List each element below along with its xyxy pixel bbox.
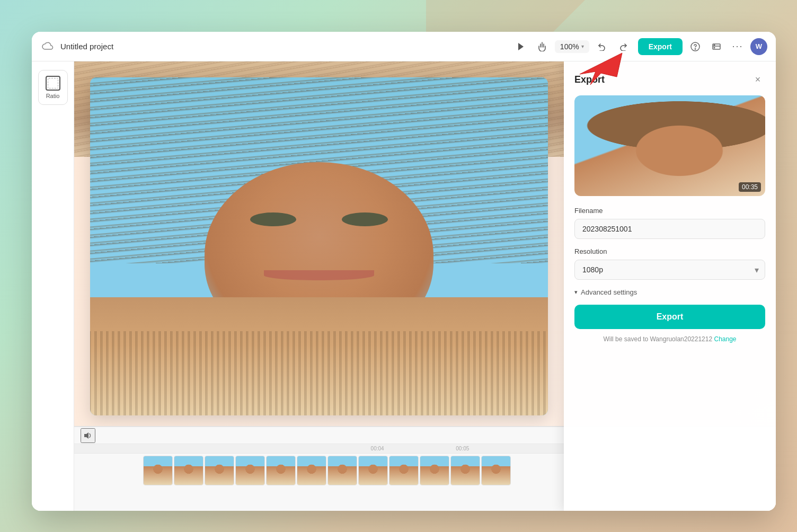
filename-label: Filename (574, 207, 765, 215)
play-button[interactable] (512, 38, 529, 55)
preview-face (574, 95, 765, 196)
storage-button[interactable] (708, 38, 725, 55)
export-action-button[interactable]: Export (574, 305, 765, 329)
time-marker-2: 00:05 (454, 446, 471, 451)
content-area: Ratio (32, 61, 776, 511)
frame-4 (235, 456, 265, 485)
svg-marker-0 (518, 43, 524, 50)
filename-input[interactable] (574, 219, 765, 239)
export-close-button[interactable]: × (750, 72, 765, 87)
zoom-dropdown-icon: ▾ (581, 43, 584, 49)
advanced-chevron-icon: ▾ (574, 289, 578, 296)
frame-5 (266, 456, 296, 485)
frame-2 (174, 456, 203, 485)
export-panel-header: Export × (564, 61, 776, 95)
ratio-icon (46, 76, 60, 91)
svg-point-6 (714, 47, 715, 48)
svg-point-2 (695, 48, 695, 49)
frame-6 (297, 456, 326, 485)
frame-11 (450, 456, 480, 485)
export-preview-thumbnail: 00:35 (574, 95, 765, 196)
redo-button[interactable] (615, 38, 632, 55)
left-sidebar: Ratio (32, 61, 74, 511)
time-marker-1: 00:04 (369, 446, 386, 451)
frame-12 (481, 456, 511, 485)
toolbar: Untitled project 100% ▾ (32, 32, 776, 61)
canvas-area: 00:04 00:05 (74, 61, 776, 511)
resolution-select[interactable]: 720p 1080p 4K (574, 260, 765, 280)
advanced-settings-label: Advanced settings (581, 288, 637, 296)
more-icon: ··· (732, 41, 743, 52)
volume-button[interactable] (81, 428, 95, 443)
frame-10 (420, 456, 449, 485)
resolution-label: Resolution (574, 247, 765, 255)
toolbar-right: Export ··· W (638, 38, 767, 55)
export-button[interactable]: Export (638, 38, 683, 55)
zoom-control[interactable]: 100% ▾ (555, 40, 589, 53)
hand-tool-button[interactable] (534, 38, 551, 55)
resolution-select-wrapper: 720p 1080p 4K ▾ (574, 260, 765, 280)
export-panel-title: Export (574, 74, 605, 85)
undo-button[interactable] (594, 38, 610, 55)
svg-point-5 (714, 45, 715, 46)
change-link[interactable]: Change (714, 335, 736, 343)
more-button[interactable]: ··· (729, 38, 746, 55)
frame-8 (358, 456, 388, 485)
cloud-icon (40, 39, 55, 54)
save-info: Will be saved to Wangruolan20221212 Chan… (574, 335, 765, 353)
export-panel: Export × 00:35 Filename Resolution (564, 61, 776, 511)
avatar[interactable]: W (750, 38, 767, 55)
toolbar-left: Untitled project (40, 39, 506, 54)
toolbar-center: 100% ▾ (512, 38, 632, 55)
frame-9 (389, 456, 419, 485)
preview-duration: 00:35 (739, 182, 761, 192)
frame-3 (205, 456, 234, 485)
save-info-text: Will be saved to Wangruolan20221212 (603, 335, 712, 343)
ratio-button[interactable]: Ratio (38, 70, 68, 105)
advanced-settings-toggle[interactable]: ▾ Advanced settings (574, 288, 765, 296)
ratio-label: Ratio (46, 93, 60, 99)
main-video-canvas (90, 77, 548, 415)
frame-7 (327, 456, 357, 485)
svg-marker-7 (84, 432, 88, 439)
app-window: Untitled project 100% ▾ (32, 32, 776, 511)
project-title: Untitled project (60, 42, 113, 51)
zoom-level: 100% (560, 42, 579, 51)
export-panel-content: 00:35 Filename Resolution 720p 1080p 4K … (564, 95, 776, 511)
help-button[interactable] (687, 38, 704, 55)
frame-1 (143, 456, 173, 485)
